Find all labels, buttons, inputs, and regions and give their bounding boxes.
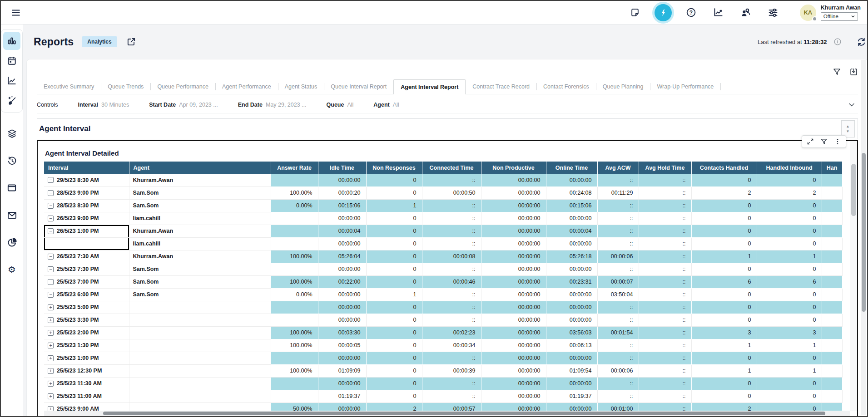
value-cell[interactable]: 00:00:39 [422,364,481,377]
value-cell[interactable]: 6 [691,275,757,288]
value-cell[interactable] [271,237,318,250]
value-cell[interactable]: :: [422,263,481,275]
value-cell[interactable]: :: [639,212,691,225]
value-cell[interactable]: 05:26:04 [318,250,366,263]
chevron-down-icon[interactable] [847,100,856,111]
value-cell[interactable]: 00:15:06 [318,199,366,212]
value-cell[interactable]: 00:00:00 [481,199,546,212]
expand-toggle-icon[interactable]: + [48,368,54,374]
value-cell[interactable]: :: [639,237,691,250]
agent-cell[interactable]: Sam.Som [129,275,271,288]
column-header-non-productive[interactable]: Non Productive [481,162,546,174]
tab-wrap-up-performance[interactable]: Wrap-Up Performance [650,79,720,94]
value-cell[interactable]: :: [597,263,639,275]
expand-toggle-icon[interactable]: + [48,381,54,387]
value-cell[interactable]: 00:00:00 [481,390,546,402]
interval-cell[interactable]: −25/5/23 7:30 PM [44,263,129,275]
tab-queue-performance[interactable]: Queue Performance [150,79,215,94]
value-cell[interactable] [271,390,318,402]
v-scroll-thumb[interactable] [851,164,856,216]
value-cell[interactable]: :: [639,326,691,339]
agent-cell[interactable]: liam.cahill [129,212,271,225]
agent-cell[interactable] [129,352,271,364]
interval-cell[interactable] [44,237,129,250]
expand-icon[interactable] [807,138,814,145]
collapse-toggle-icon[interactable]: − [48,177,54,183]
agent-cell[interactable]: Khurram.Awan [129,174,271,186]
value-cell[interactable]: 0 [757,288,822,301]
value-cell[interactable]: :: [422,288,481,301]
value-cell[interactable]: :: [597,301,639,314]
value-cell[interactable]: 0 [757,237,822,250]
question-icon[interactable]: ? [684,5,699,20]
expand-toggle-icon[interactable]: + [48,304,54,310]
value-cell[interactable]: 03:56:03 [546,326,597,339]
table-horizontal-scrollbar[interactable] [44,411,850,416]
value-cell[interactable]: 0 [691,237,757,250]
value-cell[interactable]: 0 [757,174,822,186]
page-scroll-thumb[interactable] [862,153,866,312]
sliders-icon[interactable] [765,5,781,20]
value-cell[interactable]: :: [597,352,639,364]
value-cell[interactable]: 00:23:31 [546,275,597,288]
value-cell[interactable]: 00:00:00 [481,352,546,364]
collapse-toggle-icon[interactable]: − [48,279,54,285]
value-cell[interactable]: 00:00:00 [546,377,597,390]
value-cell[interactable]: 00:00:00 [481,301,546,314]
sidebar-item-metrics[interactable] [3,72,20,90]
value-cell[interactable]: 00:06:13 [546,339,597,352]
agent-cell[interactable]: Khurram.Awan [129,225,271,237]
collapse-toggle-icon[interactable]: − [48,190,54,196]
value-cell[interactable]: 0 [366,237,422,250]
external-link-icon[interactable] [125,36,137,48]
value-cell[interactable]: 01:09:54 [546,364,597,377]
interval-cell[interactable]: +25/5/23 1:00 PM [44,352,129,364]
table-vertical-scrollbar[interactable] [850,141,857,411]
value-cell[interactable]: 1 [366,199,422,212]
value-cell[interactable]: 0 [691,301,757,314]
value-cell[interactable]: 0 [757,225,822,237]
value-cell[interactable]: 00:00:00 [318,377,366,390]
interval-cell[interactable]: −25/5/23 6:00 PM [44,288,129,301]
value-cell[interactable]: 0 [691,212,757,225]
lightning-icon[interactable] [655,4,672,21]
expand-toggle-icon[interactable]: + [48,355,54,361]
tab-contact-forensics[interactable]: Contact Forensics [536,79,596,94]
people-icon[interactable] [738,5,754,20]
agent-cell[interactable] [129,326,271,339]
value-cell[interactable]: 1 [691,339,757,352]
value-cell[interactable]: :: [422,237,481,250]
value-cell[interactable] [271,352,318,364]
agent-cell[interactable]: Sam.Som [129,288,271,301]
control-queue[interactable]: QueueAll [327,102,354,108]
value-cell[interactable]: 0.00% [271,199,318,212]
tab-contract-trace-record[interactable]: Contract Trace Record [466,79,536,94]
value-cell[interactable]: 00:15:06 [546,199,597,212]
value-cell[interactable] [271,212,318,225]
collapse-toggle-icon[interactable]: − [48,292,54,298]
value-cell[interactable]: 2 [691,186,757,199]
value-cell[interactable]: 00:00:00 [318,301,366,314]
value-cell[interactable]: 0 [366,390,422,402]
agent-cell[interactable]: Sam.Som [129,186,271,199]
collapse-toggle-icon[interactable]: − [48,203,54,209]
value-cell[interactable]: 00:24:08 [546,186,597,199]
value-cell[interactable]: :: [597,174,639,186]
value-cell[interactable]: 100.00% [271,250,318,263]
value-cell[interactable]: :: [639,314,691,326]
value-cell[interactable]: 0 [366,364,422,377]
value-cell[interactable]: :: [597,237,639,250]
value-cell[interactable]: 00:00:05 [318,339,366,352]
value-cell[interactable] [271,225,318,237]
info-icon[interactable] [833,38,842,46]
value-cell[interactable]: :: [422,225,481,237]
value-cell[interactable]: 0 [366,263,422,275]
value-cell[interactable]: 0 [366,225,422,237]
value-cell[interactable]: :: [597,339,639,352]
column-header-interval[interactable]: Interval [44,162,129,174]
value-cell[interactable]: 00:00:00 [546,174,597,186]
sidebar-item-mail[interactable] [3,206,20,224]
value-cell[interactable]: 0.00% [271,288,318,301]
value-cell[interactable]: :: [597,199,639,212]
avatar[interactable]: KA [800,5,816,21]
